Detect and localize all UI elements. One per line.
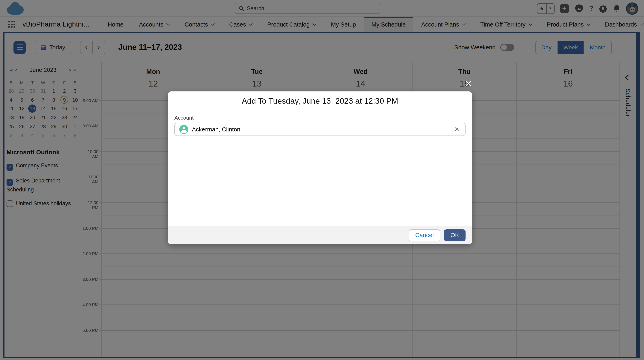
person-account-avatar-icon [179,125,188,134]
cancel-button[interactable]: Cancel [409,229,440,241]
add-event-modal: Add To Tuesday, June 13, 2023 at 12:30 P… [168,91,472,244]
ok-button[interactable]: OK [444,229,466,241]
modal-close-icon[interactable]: ✕ [464,79,473,89]
salesforce-screen: ★ ▼ + ? [0,0,644,360]
app-stage: ★ ▼ + ? [0,0,644,360]
account-field-label: Account [174,115,466,121]
account-value: Ackerman, Clinton [192,126,450,133]
add-event-modal-wrap: ✕ Add To Tuesday, June 13, 2023 at 12:30… [168,91,472,244]
clear-account-icon[interactable]: ✕ [453,126,461,133]
modal-header: Add To Tuesday, June 13, 2023 at 12:30 P… [168,91,472,111]
modal-footer: Cancel OK [168,226,472,244]
account-lookup-field[interactable]: Ackerman, Clinton ✕ [174,123,466,136]
modal-title: Add To Tuesday, June 13, 2023 at 12:30 P… [242,96,398,106]
modal-body: Account Ackerman, Clinton ✕ [168,111,472,226]
